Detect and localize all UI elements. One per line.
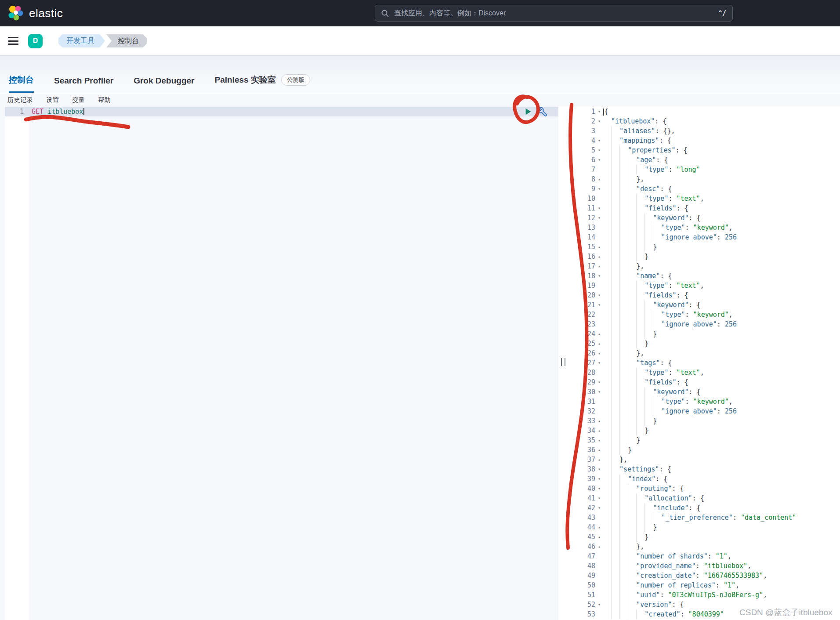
output-line: 9▾"desc": { (568, 184, 840, 194)
fold-marker-icon[interactable]: ▾ (595, 136, 603, 145)
fold-marker-icon[interactable]: ▾ (595, 503, 603, 513)
fold-marker-icon[interactable]: ▾ (595, 493, 603, 503)
output-line: 15▴} (568, 242, 840, 252)
fold-marker-icon[interactable]: ▴ (595, 252, 603, 261)
output-gutter-cell: 3 (568, 126, 603, 136)
output-gutter-cell: 25▴ (568, 339, 603, 348)
fold-marker-icon[interactable]: ▴ (595, 242, 603, 252)
space-avatar[interactable]: D (28, 34, 43, 48)
output-code-text: "include": { (603, 503, 840, 513)
fold-marker-icon[interactable]: ▾ (595, 203, 603, 213)
output-gutter-cell: 5▾ (568, 145, 603, 155)
output-code-text: "uuid": "0T3cWiuITpS-nJoBFers-g", (603, 590, 840, 600)
breadcrumb-item-1[interactable]: 控制台 (106, 34, 147, 47)
fold-marker-icon[interactable]: ▴ (595, 455, 603, 464)
console-menu-item-3[interactable]: 帮助 (98, 96, 111, 104)
output-line: 39▾"index": { (568, 474, 840, 484)
fold-marker-icon[interactable]: ▾ (595, 116, 603, 126)
console-menu-item-1[interactable]: 设置 (46, 96, 59, 104)
output-code-text: "index": { (603, 474, 840, 484)
fold-marker-icon[interactable]: ▴ (595, 426, 603, 435)
csdn-watermark: CSDN @蓝盒子itbluebox (739, 607, 832, 618)
output-code-text: "type": "text", (603, 194, 840, 203)
fold-marker-icon[interactable]: ▴ (595, 445, 603, 455)
console-menu-item-2[interactable]: 变量 (72, 96, 85, 104)
output-gutter-cell: 47 (568, 551, 603, 561)
tab-3[interactable]: Painless 实验室公测版 (214, 74, 310, 93)
request-line[interactable]: GET itbluebox (29, 107, 558, 116)
output-line-number: 22 (568, 310, 595, 319)
tab-0[interactable]: 控制台 (9, 74, 34, 93)
output-code-text: "creation_date": "1667465533983", (603, 571, 840, 580)
elastic-logo-icon (8, 5, 24, 21)
output-line: 44▴} (568, 522, 840, 532)
fold-marker-icon[interactable]: ▾ (595, 107, 603, 116)
console-menu-item-0[interactable]: 历史记录 (7, 96, 33, 104)
fold-marker-icon[interactable]: ▴ (595, 174, 603, 184)
output-line: 34▴} (568, 426, 840, 435)
response-pane[interactable]: 1▾{2▾"itbluebox": {3"aliases": {},4▾"map… (568, 107, 840, 620)
fold-marker-icon[interactable]: ▴ (595, 532, 603, 542)
fold-marker-icon[interactable]: ▾ (595, 484, 603, 493)
output-code-text: }, (603, 542, 840, 551)
output-gutter-cell: 19 (568, 281, 603, 290)
fold-marker-icon[interactable]: ▾ (595, 387, 603, 397)
output-line: 6▾"age": { (568, 155, 840, 165)
fold-marker-icon[interactable]: ▴ (595, 522, 603, 532)
output-line-number: 46 (568, 542, 595, 551)
output-code-text: }, (603, 455, 840, 464)
fold-marker-icon[interactable]: ▴ (595, 416, 603, 426)
output-code-text: } (603, 522, 840, 532)
fold-marker-icon[interactable]: ▴ (595, 329, 603, 339)
fold-marker-icon[interactable]: ▴ (595, 339, 603, 348)
fold-marker-icon[interactable]: ▴ (595, 435, 603, 445)
fold-marker-icon[interactable]: ▾ (595, 377, 603, 387)
output-gutter-cell: 12▾ (568, 213, 603, 223)
editor-input-area[interactable]: GET itbluebox (29, 107, 558, 620)
output-gutter-cell: 41▾ (568, 493, 603, 503)
fold-marker-icon[interactable]: ▾ (595, 184, 603, 194)
fold-marker-icon[interactable]: ▾ (595, 290, 603, 300)
output-line: 27▾"tags": { (568, 358, 840, 368)
search-placeholder: 查找应用、内容等。例如：Discover (394, 9, 506, 18)
fold-marker-icon[interactable]: ▴ (595, 261, 603, 271)
output-line: 29▾"fields": { (568, 377, 840, 387)
fold-marker-icon[interactable]: ▴ (595, 542, 603, 551)
output-code-text: { (603, 107, 840, 116)
output-gutter-cell: 32 (568, 406, 603, 416)
output-gutter-cell: 11▾ (568, 203, 603, 213)
fold-marker-icon[interactable]: ▾ (595, 358, 603, 368)
output-line-number: 43 (568, 513, 595, 522)
output-gutter-cell: 49 (568, 571, 603, 580)
fold-marker-icon[interactable]: ▴ (595, 348, 603, 358)
breadcrumb-item-0[interactable]: 开发工具 (58, 34, 105, 47)
output-gutter-cell: 51 (568, 590, 603, 600)
output-gutter-cell: 28 (568, 368, 603, 377)
output-gutter-cell: 39▾ (568, 474, 603, 484)
tab-1[interactable]: Search Profiler (54, 76, 113, 93)
fold-marker-icon[interactable]: ▾ (595, 600, 603, 609)
pane-resize-handle[interactable] (558, 107, 568, 620)
fold-marker-icon[interactable]: ▾ (595, 474, 603, 484)
fold-marker-icon[interactable]: ▾ (595, 464, 603, 474)
tab-2[interactable]: Grok Debugger (134, 76, 194, 93)
fold-marker-icon[interactable]: ▾ (595, 213, 603, 223)
fold-marker-icon[interactable]: ▾ (595, 155, 603, 165)
global-search-input[interactable]: 查找应用、内容等。例如：Discover ^/ (375, 5, 733, 22)
wrench-icon[interactable] (537, 106, 548, 117)
output-line-number: 38 (568, 464, 595, 474)
fold-marker-icon[interactable]: ▾ (595, 271, 603, 281)
output-line: 12▾"keyword": { (568, 213, 840, 223)
menu-icon[interactable] (8, 37, 18, 45)
fold-marker-icon[interactable]: ▾ (595, 300, 603, 310)
output-gutter-cell: 10 (568, 194, 603, 203)
output-line: 35▴} (568, 435, 840, 445)
fold-marker-icon[interactable]: ▾ (595, 145, 603, 155)
output-line: 42▾"include": { (568, 503, 840, 513)
output-line: 46▴}, (568, 542, 840, 551)
elastic-logo[interactable]: elastic (8, 5, 63, 21)
output-gutter-cell: 27▾ (568, 358, 603, 368)
editor-gutter: 1 (5, 107, 29, 620)
send-request-play-button[interactable] (524, 108, 532, 116)
output-line-number: 34 (568, 426, 595, 435)
